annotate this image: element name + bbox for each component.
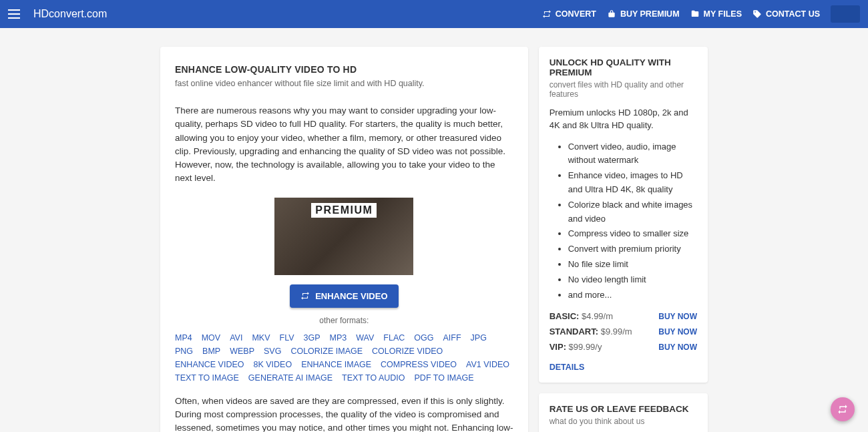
nav-contact-us[interactable]: CONTACT US — [752, 9, 820, 19]
buy-now-button[interactable]: BUY NOW — [658, 343, 697, 352]
swap-icon — [300, 291, 310, 300]
premium-title: UNLOCK HD QUALITY WITH PREMIUM — [550, 57, 697, 77]
feature-item: Convert video, audio, image without wate… — [568, 140, 697, 168]
premium-subtitle: convert files with HD quality and other … — [550, 80, 697, 99]
hamburger-menu-icon[interactable] — [8, 6, 24, 22]
nav-convert[interactable]: CONVERT — [542, 9, 596, 19]
thumbnail-wrap: PREMIUM — [175, 198, 513, 275]
plan-row: STANDART: $9.99/mBUY NOW — [550, 327, 697, 337]
feature-item: No video length limit — [568, 273, 697, 287]
feedback-subtitle: what do you think about us — [550, 417, 697, 426]
plan-price: $4.99/m — [582, 311, 613, 321]
format-link[interactable]: GENERATE AI IMAGE — [248, 373, 333, 383]
paragraph-2: Often, when videos are saved are they ar… — [175, 395, 513, 433]
plan-label: STANDART: — [550, 327, 601, 337]
format-link[interactable]: OGG — [414, 333, 433, 343]
buy-now-button[interactable]: BUY NOW — [658, 327, 697, 337]
format-link[interactable]: COLORIZE VIDEO — [372, 347, 443, 356]
swap-icon — [837, 404, 848, 415]
format-link[interactable]: 3GP — [304, 333, 320, 343]
nav-buy-premium[interactable]: BUY PREMIUM — [607, 9, 680, 19]
feature-item: and more... — [568, 288, 697, 302]
format-link[interactable]: BMP — [202, 347, 220, 356]
premium-plans: BASIC: $4.99/mBUY NOWSTANDART: $9.99/mBU… — [550, 311, 697, 352]
feature-item: Enhance video, images to HD and Ultra HD… — [568, 169, 697, 197]
format-link[interactable]: AVI — [230, 333, 242, 343]
language-flag[interactable] — [831, 5, 860, 23]
format-link[interactable]: MP4 — [175, 333, 192, 343]
tag-icon — [752, 9, 762, 19]
plan-label: VIP: — [550, 342, 569, 352]
format-link[interactable]: TEXT TO AUDIO — [342, 373, 405, 383]
format-link[interactable]: JPG — [471, 333, 487, 343]
video-thumbnail[interactable]: PREMIUM — [274, 198, 413, 275]
plan-label: BASIC: — [550, 311, 582, 321]
feature-item: Compress video to smaller size — [568, 227, 697, 241]
format-link[interactable]: AIFF — [443, 333, 461, 343]
premium-features: Convert video, audio, image without wate… — [550, 140, 697, 302]
format-link[interactable]: SVG — [264, 347, 281, 356]
format-link[interactable]: AV1 VIDEO — [466, 360, 509, 369]
format-link[interactable]: WEBP — [230, 347, 254, 356]
format-link[interactable]: COMPRESS VIDEO — [381, 360, 457, 369]
floating-action-button[interactable] — [831, 397, 855, 421]
premium-intro: Premium unlocks HD 1080p, 2k and 4K and … — [550, 107, 697, 132]
format-links: MP4MOVAVIMKVFLV3GPMP3WAVFLACOGGAIFFJPGPN… — [175, 333, 513, 383]
format-link[interactable]: COLORIZE IMAGE — [290, 347, 363, 356]
plan-row: VIP: $99.99/yBUY NOW — [550, 342, 697, 352]
format-link[interactable]: 8K VIDEO — [254, 360, 292, 369]
other-formats-label: other formats: — [175, 316, 513, 325]
header-bar: HDconvert.com CONVERT BUY PREMIUM MY FIL… — [0, 0, 868, 28]
format-link[interactable]: WAV — [356, 333, 374, 343]
format-link[interactable]: PNG — [175, 347, 193, 356]
feedback-title: RATE US OR LEAVE FEEDBACK — [550, 404, 697, 414]
plan-row: BASIC: $4.99/mBUY NOW — [550, 311, 697, 321]
format-link[interactable]: PDF TO IMAGE — [415, 373, 474, 383]
buy-now-button[interactable]: BUY NOW — [658, 312, 697, 321]
plan-price: $9.99/m — [601, 327, 632, 337]
premium-badge: PREMIUM — [311, 203, 377, 218]
folder-icon — [690, 9, 700, 19]
format-link[interactable]: ENHANCE IMAGE — [301, 360, 371, 369]
format-link[interactable]: FLV — [280, 333, 294, 343]
details-button[interactable]: DETAILS — [550, 363, 585, 372]
feature-item: Colorize black and white images and vide… — [568, 198, 697, 226]
lock-icon — [607, 9, 616, 19]
feature-item: No file size limit — [568, 258, 697, 272]
feedback-card: RATE US OR LEAVE FEEDBACK what do you th… — [539, 393, 708, 432]
swap-icon — [542, 9, 552, 19]
format-link[interactable]: TEXT TO IMAGE — [175, 373, 239, 383]
format-link[interactable]: MOV — [202, 333, 220, 343]
enhance-video-button[interactable]: ENHANCE VIDEO — [290, 284, 398, 308]
main-card: ENHANCE LOW-QUALITY VIDEO TO HD fast onl… — [160, 47, 528, 432]
page-title: ENHANCE LOW-QUALITY VIDEO TO HD — [175, 64, 513, 75]
format-link[interactable]: FLAC — [383, 333, 405, 343]
brand-logo[interactable]: HDconvert.com — [33, 8, 107, 20]
format-link[interactable]: MP3 — [330, 333, 347, 343]
intro-paragraph: There are numerous reasons why you may w… — [175, 104, 513, 186]
plan-price: $99.99/y — [569, 342, 602, 352]
premium-card: UNLOCK HD QUALITY WITH PREMIUM convert f… — [539, 47, 708, 383]
nav-my-files[interactable]: MY FILES — [690, 9, 742, 19]
format-link[interactable]: MKV — [252, 333, 270, 343]
feature-item: Convert with premium priority — [568, 242, 697, 256]
format-link[interactable]: ENHANCE VIDEO — [175, 360, 244, 369]
page-container: ENHANCE LOW-QUALITY VIDEO TO HD fast onl… — [160, 47, 708, 432]
page-subtitle: fast online video enhancer without file … — [175, 79, 513, 88]
